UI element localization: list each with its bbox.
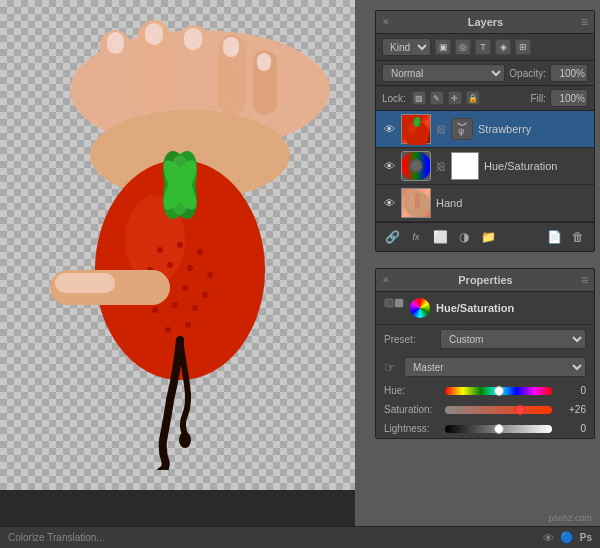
properties-panel-header: ✕ Properties ≡ bbox=[376, 269, 594, 292]
delete-layer-btn[interactable]: 🗑 bbox=[568, 227, 588, 247]
svg-point-15 bbox=[177, 242, 183, 248]
opacity-input[interactable]: 100% bbox=[550, 64, 588, 82]
svg-point-25 bbox=[152, 307, 158, 313]
properties-panel-title: Properties bbox=[458, 274, 512, 286]
hand-tool-icon[interactable]: ☞ bbox=[384, 360, 396, 375]
svg-rect-48 bbox=[415, 193, 420, 209]
strawberry-image bbox=[0, 10, 355, 470]
panel-close-icon[interactable]: ✕ bbox=[382, 17, 390, 27]
svg-text:ψ: ψ bbox=[458, 127, 464, 136]
svg-rect-47 bbox=[409, 194, 414, 209]
layers-menu-icon[interactable]: ≡ bbox=[581, 15, 588, 29]
svg-rect-51 bbox=[395, 299, 403, 307]
filter-shape-btn[interactable]: ◈ bbox=[495, 39, 511, 55]
layer-mask-huesat bbox=[451, 152, 479, 180]
lightness-slider-thumb[interactable] bbox=[494, 424, 504, 434]
preset-select[interactable]: Custom bbox=[440, 329, 586, 349]
svg-rect-6 bbox=[107, 32, 124, 54]
svg-point-45 bbox=[411, 161, 421, 171]
svg-point-20 bbox=[207, 272, 213, 278]
layers-panel-header: ✕ Layers ≡ bbox=[376, 11, 594, 34]
filter-pixel-btn[interactable]: ▣ bbox=[435, 39, 451, 55]
new-layer-btn[interactable]: 📄 bbox=[544, 227, 564, 247]
layer-thumb-strawberry bbox=[401, 114, 431, 144]
fx-btn[interactable]: fx bbox=[406, 227, 426, 247]
layer-item-strawberry[interactable]: 👁 ⛓ ψ Strawberry bbox=[376, 111, 594, 148]
layer-visibility-hand[interactable]: 👁 bbox=[382, 196, 396, 210]
hue-value: 0 bbox=[558, 385, 586, 396]
hue-slider-thumb[interactable] bbox=[494, 386, 504, 396]
prop-close-icon[interactable]: ✕ bbox=[382, 275, 390, 285]
ps-logo: Ps bbox=[580, 532, 592, 543]
status-text: Colorize Translation... bbox=[8, 532, 105, 543]
group-btn[interactable]: 📁 bbox=[478, 227, 498, 247]
filter-smart-btn[interactable]: ⊞ bbox=[515, 39, 531, 55]
saturation-slider-thumb[interactable] bbox=[515, 405, 525, 415]
layer-visibility-strawberry[interactable]: 👁 bbox=[382, 122, 396, 136]
svg-point-29 bbox=[185, 322, 191, 328]
blend-mode-select[interactable]: Normal bbox=[382, 64, 505, 82]
svg-point-14 bbox=[157, 247, 163, 253]
svg-point-16 bbox=[197, 249, 203, 255]
properties-section-header: Hue/Saturation bbox=[376, 292, 594, 325]
lock-transparent-btn[interactable]: ▨ bbox=[412, 91, 426, 105]
properties-menu-icon[interactable]: ≡ bbox=[581, 273, 588, 287]
status-info-icon[interactable]: 🔵 bbox=[560, 531, 574, 544]
layers-search-bar: Kind ▣ ◎ T ◈ ⊞ bbox=[376, 34, 594, 61]
lightness-slider-track[interactable] bbox=[445, 425, 552, 433]
svg-point-19 bbox=[187, 265, 193, 271]
huesat-circle-icon bbox=[410, 298, 430, 318]
filter-text-btn[interactable]: T bbox=[475, 39, 491, 55]
properties-panel: ✕ Properties ≡ Hue/Saturation Preset: Cu… bbox=[375, 268, 595, 439]
properties-section-title: Hue/Saturation bbox=[436, 302, 514, 314]
hue-slider-track[interactable] bbox=[445, 387, 552, 395]
svg-point-26 bbox=[172, 302, 178, 308]
adjustment-btn[interactable]: ◑ bbox=[454, 227, 474, 247]
layers-panel-title: Layers bbox=[468, 16, 503, 28]
svg-point-23 bbox=[182, 285, 188, 291]
layer-chain-strawberry: ⛓ bbox=[436, 124, 446, 135]
layer-name-huesat: Hue/Saturation bbox=[484, 160, 588, 172]
fill-label: Fill: bbox=[530, 93, 546, 104]
svg-rect-50 bbox=[385, 299, 393, 307]
fill-input[interactable]: 100% bbox=[550, 89, 588, 107]
svg-rect-10 bbox=[257, 53, 271, 71]
channel-select[interactable]: Master bbox=[404, 357, 586, 377]
svg-point-36 bbox=[179, 432, 191, 448]
filter-adjust-btn[interactable]: ◎ bbox=[455, 39, 471, 55]
layer-item-hand[interactable]: 👁 Hand bbox=[376, 185, 594, 222]
lightness-slider-row: Lightness: 0 bbox=[376, 419, 594, 438]
status-bar: Colorize Translation... 👁 🔵 Ps bbox=[0, 526, 600, 548]
add-mask-btn[interactable]: ⬜ bbox=[430, 227, 450, 247]
layer-item-huesat[interactable]: 👁 ⛓ Hue/Saturation bbox=[376, 148, 594, 185]
lightness-value: 0 bbox=[558, 423, 586, 434]
saturation-slider-track[interactable] bbox=[445, 406, 552, 414]
hue-label: Hue: bbox=[384, 385, 439, 396]
lock-fill-row: Lock: ▨ ✎ ✛ 🔒 Fill: 100% bbox=[376, 86, 594, 111]
svg-rect-38 bbox=[55, 273, 115, 293]
watermark: psahz.com bbox=[548, 513, 592, 523]
status-eye-icon[interactable]: 👁 bbox=[543, 532, 554, 544]
layer-name-strawberry: Strawberry bbox=[478, 123, 588, 135]
svg-point-28 bbox=[165, 327, 171, 333]
svg-rect-8 bbox=[184, 28, 202, 50]
saturation-slider-row: Saturation: +26 bbox=[376, 400, 594, 419]
layers-panel: ✕ Layers ≡ Kind ▣ ◎ T ◈ ⊞ Normal Opacity… bbox=[375, 10, 595, 252]
svg-point-27 bbox=[192, 305, 198, 311]
hue-slider-row: Hue: 0 bbox=[376, 381, 594, 400]
lightness-label: Lightness: bbox=[384, 423, 439, 434]
channel-row: ☞ Master bbox=[376, 353, 594, 381]
saturation-value: +26 bbox=[558, 404, 586, 415]
saturation-label: Saturation: bbox=[384, 404, 439, 415]
lock-position-btn[interactable]: ✛ bbox=[448, 91, 462, 105]
svg-rect-7 bbox=[145, 23, 163, 45]
layer-visibility-huesat[interactable]: 👁 bbox=[382, 159, 396, 173]
layer-mask-strawberry: ψ bbox=[451, 118, 473, 140]
opacity-label: Opacity: bbox=[509, 68, 546, 79]
lock-all-btn[interactable]: 🔒 bbox=[466, 91, 480, 105]
kind-select[interactable]: Kind bbox=[382, 38, 431, 56]
layer-thumb-hand bbox=[401, 188, 431, 218]
lock-image-btn[interactable]: ✎ bbox=[430, 91, 444, 105]
svg-point-24 bbox=[202, 292, 208, 298]
link-layers-btn[interactable]: 🔗 bbox=[382, 227, 402, 247]
